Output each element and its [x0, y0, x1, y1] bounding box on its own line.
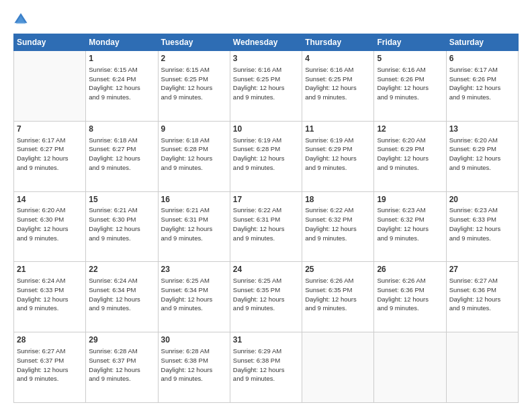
day-number: 6	[449, 53, 515, 64]
header-row: SundayMondayTuesdayWednesdayThursdayFrid…	[14, 34, 519, 51]
day-cell: 12Sunrise: 6:20 AMSunset: 6:29 PMDayligh…	[374, 121, 446, 191]
day-number: 16	[161, 194, 227, 205]
day-info: Sunrise: 6:28 AMSunset: 6:37 PMDaylight:…	[89, 347, 154, 383]
day-cell: 2Sunrise: 6:15 AMSunset: 6:25 PMDaylight…	[158, 51, 230, 122]
logo	[13, 12, 31, 27]
day-number: 30	[161, 334, 227, 346]
day-number: 3	[233, 53, 299, 64]
day-number: 23	[161, 264, 227, 275]
day-cell: 14Sunrise: 6:20 AMSunset: 6:30 PMDayligh…	[14, 191, 86, 262]
page: SundayMondayTuesdayWednesdayThursdayFrid…	[0, 0, 532, 411]
day-number: 19	[377, 194, 443, 205]
day-info: Sunrise: 6:24 AMSunset: 6:34 PMDaylight:…	[89, 276, 154, 313]
day-number: 2	[161, 53, 227, 64]
day-number: 31	[233, 334, 299, 346]
day-cell: 1Sunrise: 6:15 AMSunset: 6:24 PMDaylight…	[86, 51, 158, 122]
day-info: Sunrise: 6:20 AMSunset: 6:29 PMDaylight:…	[377, 136, 443, 173]
day-cell: 25Sunrise: 6:26 AMSunset: 6:35 PMDayligh…	[302, 262, 374, 332]
week-row-3: 14Sunrise: 6:20 AMSunset: 6:30 PMDayligh…	[14, 191, 519, 262]
day-info: Sunrise: 6:28 AMSunset: 6:38 PMDaylight:…	[161, 347, 227, 383]
day-info: Sunrise: 6:16 AMSunset: 6:25 PMDaylight:…	[305, 65, 371, 102]
day-info: Sunrise: 6:23 AMSunset: 6:32 PMDaylight:…	[377, 205, 443, 242]
day-cell: 16Sunrise: 6:21 AMSunset: 6:31 PMDayligh…	[158, 191, 230, 262]
header-day-friday: Friday	[374, 34, 446, 51]
day-cell	[14, 51, 86, 122]
week-row-2: 7Sunrise: 6:17 AMSunset: 6:27 PMDaylight…	[14, 121, 519, 191]
day-number: 8	[89, 124, 154, 135]
day-info: Sunrise: 6:18 AMSunset: 6:28 PMDaylight:…	[161, 136, 227, 173]
day-cell: 9Sunrise: 6:18 AMSunset: 6:28 PMDaylight…	[158, 121, 230, 191]
day-info: Sunrise: 6:25 AMSunset: 6:35 PMDaylight:…	[233, 276, 299, 313]
day-number: 13	[449, 124, 515, 135]
day-number: 18	[305, 194, 371, 205]
week-row-1: 1Sunrise: 6:15 AMSunset: 6:24 PMDaylight…	[14, 51, 519, 122]
day-info: Sunrise: 6:16 AMSunset: 6:26 PMDaylight:…	[377, 65, 443, 102]
day-number: 12	[377, 124, 443, 135]
day-cell: 30Sunrise: 6:28 AMSunset: 6:38 PMDayligh…	[158, 332, 230, 403]
day-cell	[446, 332, 518, 403]
day-cell: 22Sunrise: 6:24 AMSunset: 6:34 PMDayligh…	[86, 262, 158, 332]
day-info: Sunrise: 6:22 AMSunset: 6:32 PMDaylight:…	[305, 205, 371, 242]
day-cell: 11Sunrise: 6:19 AMSunset: 6:29 PMDayligh…	[302, 121, 374, 191]
day-number: 9	[161, 124, 227, 135]
day-number: 22	[89, 264, 154, 275]
header-day-thursday: Thursday	[302, 34, 374, 51]
header	[13, 12, 519, 27]
day-info: Sunrise: 6:25 AMSunset: 6:34 PMDaylight:…	[161, 276, 227, 313]
day-cell: 17Sunrise: 6:22 AMSunset: 6:31 PMDayligh…	[230, 191, 302, 262]
day-info: Sunrise: 6:29 AMSunset: 6:38 PMDaylight:…	[233, 347, 299, 383]
header-day-saturday: Saturday	[446, 34, 518, 51]
day-info: Sunrise: 6:17 AMSunset: 6:27 PMDaylight:…	[17, 136, 83, 173]
day-cell: 31Sunrise: 6:29 AMSunset: 6:38 PMDayligh…	[230, 332, 302, 403]
day-cell	[302, 332, 374, 403]
day-cell: 4Sunrise: 6:16 AMSunset: 6:25 PMDaylight…	[302, 51, 374, 122]
day-cell: 20Sunrise: 6:23 AMSunset: 6:33 PMDayligh…	[446, 191, 518, 262]
day-cell: 24Sunrise: 6:25 AMSunset: 6:35 PMDayligh…	[230, 262, 302, 332]
day-info: Sunrise: 6:15 AMSunset: 6:24 PMDaylight:…	[89, 65, 154, 102]
day-cell: 6Sunrise: 6:17 AMSunset: 6:26 PMDaylight…	[446, 51, 518, 122]
day-number: 5	[377, 53, 443, 64]
day-cell: 5Sunrise: 6:16 AMSunset: 6:26 PMDaylight…	[374, 51, 446, 122]
day-number: 14	[17, 194, 83, 205]
logo-icon	[13, 12, 28, 27]
day-info: Sunrise: 6:23 AMSunset: 6:33 PMDaylight:…	[449, 205, 515, 242]
day-number: 15	[89, 194, 154, 205]
day-number: 11	[305, 124, 371, 135]
week-row-5: 28Sunrise: 6:27 AMSunset: 6:37 PMDayligh…	[14, 332, 519, 403]
day-info: Sunrise: 6:21 AMSunset: 6:30 PMDaylight:…	[89, 205, 154, 242]
day-cell: 29Sunrise: 6:28 AMSunset: 6:37 PMDayligh…	[86, 332, 158, 403]
day-info: Sunrise: 6:18 AMSunset: 6:27 PMDaylight:…	[89, 136, 154, 173]
day-info: Sunrise: 6:15 AMSunset: 6:25 PMDaylight:…	[161, 65, 227, 102]
day-info: Sunrise: 6:20 AMSunset: 6:30 PMDaylight:…	[17, 205, 83, 242]
day-cell: 13Sunrise: 6:20 AMSunset: 6:29 PMDayligh…	[446, 121, 518, 191]
day-cell: 26Sunrise: 6:26 AMSunset: 6:36 PMDayligh…	[374, 262, 446, 332]
day-number: 1	[89, 53, 154, 64]
day-info: Sunrise: 6:22 AMSunset: 6:31 PMDaylight:…	[233, 205, 299, 242]
day-info: Sunrise: 6:27 AMSunset: 6:37 PMDaylight:…	[17, 347, 83, 383]
day-info: Sunrise: 6:20 AMSunset: 6:29 PMDaylight:…	[449, 136, 515, 173]
day-cell: 8Sunrise: 6:18 AMSunset: 6:27 PMDaylight…	[86, 121, 158, 191]
day-info: Sunrise: 6:17 AMSunset: 6:26 PMDaylight:…	[449, 65, 515, 102]
day-info: Sunrise: 6:26 AMSunset: 6:35 PMDaylight:…	[305, 276, 371, 313]
day-info: Sunrise: 6:21 AMSunset: 6:31 PMDaylight:…	[161, 205, 227, 242]
day-info: Sunrise: 6:16 AMSunset: 6:25 PMDaylight:…	[233, 65, 299, 102]
day-number: 24	[233, 264, 299, 275]
day-info: Sunrise: 6:26 AMSunset: 6:36 PMDaylight:…	[377, 276, 443, 313]
day-number: 7	[17, 124, 83, 135]
day-number: 29	[89, 334, 154, 346]
header-day-tuesday: Tuesday	[158, 34, 230, 51]
day-number: 25	[305, 264, 371, 275]
day-number: 27	[449, 264, 515, 275]
day-cell: 19Sunrise: 6:23 AMSunset: 6:32 PMDayligh…	[374, 191, 446, 262]
day-number: 4	[305, 53, 371, 64]
day-number: 28	[17, 334, 83, 346]
week-row-4: 21Sunrise: 6:24 AMSunset: 6:33 PMDayligh…	[14, 262, 519, 332]
header-day-sunday: Sunday	[14, 34, 86, 51]
day-cell	[374, 332, 446, 403]
day-number: 20	[449, 194, 515, 205]
day-number: 26	[377, 264, 443, 275]
day-cell: 28Sunrise: 6:27 AMSunset: 6:37 PMDayligh…	[14, 332, 86, 403]
day-cell: 27Sunrise: 6:27 AMSunset: 6:36 PMDayligh…	[446, 262, 518, 332]
day-number: 10	[233, 124, 299, 135]
day-number: 21	[17, 264, 83, 275]
